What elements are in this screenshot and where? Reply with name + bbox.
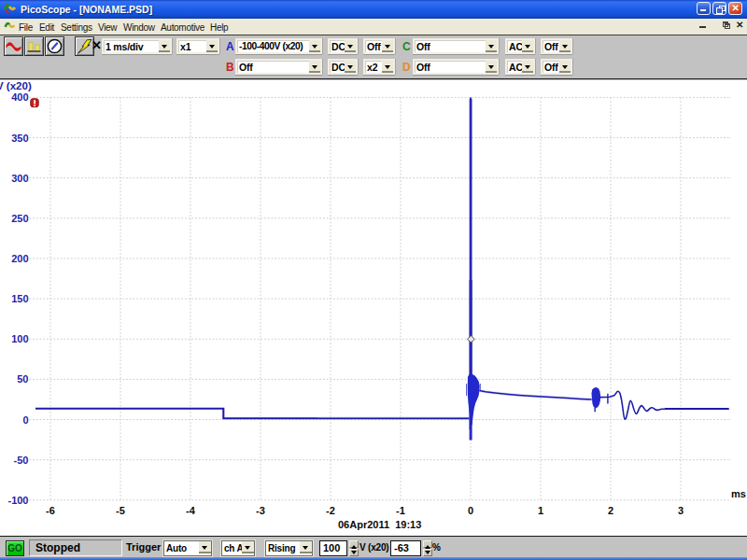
- svg-text:3: 3: [678, 505, 684, 516]
- svg-text:400: 400: [11, 91, 28, 103]
- svg-text:-100: -100: [7, 495, 28, 506]
- svg-text:-6: -6: [46, 505, 55, 516]
- svg-text:V (x20): V (x20): [0, 80, 32, 91]
- svg-text:350: 350: [11, 133, 28, 144]
- svg-text:150: 150: [11, 293, 28, 304]
- svg-text:300: 300: [11, 173, 28, 184]
- svg-text:2: 2: [608, 505, 613, 516]
- svg-text:06Apr2011 19:13: 06Apr2011 19:13: [338, 519, 421, 530]
- svg-text:0: 0: [22, 414, 28, 426]
- svg-text:1: 1: [538, 505, 543, 516]
- svg-text:100: 100: [11, 333, 28, 344]
- svg-text:0: 0: [468, 505, 473, 516]
- svg-text:250: 250: [11, 213, 28, 224]
- svg-text:ms: ms: [731, 488, 746, 499]
- svg-text:-4: -4: [186, 505, 196, 516]
- svg-text:-3: -3: [256, 505, 265, 516]
- svg-text:50: 50: [17, 373, 28, 385]
- svg-text:-2: -2: [326, 505, 335, 516]
- svg-text:200: 200: [11, 253, 28, 264]
- svg-text:-1: -1: [396, 505, 405, 516]
- svg-text:-50: -50: [14, 455, 29, 466]
- svg-text:-5: -5: [116, 505, 125, 516]
